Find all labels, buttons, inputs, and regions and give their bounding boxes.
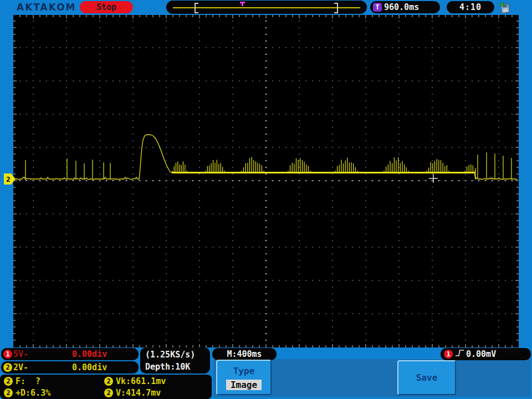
window-right-bracket-icon (334, 3, 338, 13)
timebase-pill: M:400ms (212, 348, 277, 360)
brand-logo: AKTAKOM (17, 2, 76, 13)
channel2-offset: 0.00div (72, 362, 107, 372)
sample-rate-box: (1.25KS/s) Depth:10K (140, 347, 210, 374)
trigger-time-value: 960.0ms (384, 2, 419, 12)
measurements-panel: 2 F: ? 2 Vk:661.1mv 2 +D:6.3% 2 V:414.7m… (0, 375, 212, 399)
measurement-channel-badge: 2 (104, 388, 113, 397)
trigger-t-icon: T (373, 3, 382, 12)
trigger-status-pill: 1 0.00mV (441, 348, 531, 360)
save-button[interactable]: Save (397, 360, 456, 395)
trigger-source-badge: 1 (444, 350, 453, 359)
type-label: Type (217, 366, 270, 376)
window-left-bracket-icon (195, 3, 198, 13)
stop-label: Stop (96, 2, 116, 12)
type-menu-button[interactable]: Type Image (216, 360, 272, 395)
sample-rate-value: (1.25KS/s) (145, 349, 210, 361)
measurement-vk: 2 Vk:661.1mv (104, 376, 166, 386)
measurement-voltage-text: V:414.7mv (116, 388, 161, 398)
measurement-voltage: 2 V:414.7mv (104, 388, 161, 398)
clock-value: 4:10 (459, 2, 482, 12)
waveform-plot (13, 15, 519, 347)
measurement-frequency-text: F: ? (16, 376, 40, 386)
channel1-status-pill: 1 5V- 0.00div (1, 348, 139, 360)
rising-edge-icon (455, 349, 465, 359)
memory-position-bar[interactable] (166, 1, 367, 14)
measurement-duty-text: +D:6.3% (16, 388, 50, 398)
memory-record-line (173, 7, 360, 8)
channel1-badge: 1 (3, 350, 12, 359)
trigger-position-marker-icon (240, 2, 245, 3)
memory-depth-value: Depth:10K (145, 361, 210, 373)
measurement-frequency: 2 F: ? (4, 376, 40, 386)
measurement-channel-badge: 2 (104, 377, 113, 386)
channel2-scale: 2V- (13, 362, 28, 372)
measurement-channel-badge: 2 (4, 377, 13, 386)
measurement-duty: 2 +D:6.3% (4, 388, 50, 398)
channel2-status-pill: 2 2V- 0.00div (1, 361, 139, 374)
measurement-channel-badge: 2 (4, 388, 13, 397)
acquisition-stop-indicator[interactable]: Stop (80, 1, 133, 13)
measurement-vk-text: Vk:661.1mv (116, 376, 166, 386)
channel1-scale: 5V- (13, 349, 28, 359)
trigger-level-value: 0.00mV (466, 349, 496, 359)
storage-disk-icon (498, 1, 512, 17)
channel2-badge: 2 (3, 363, 12, 372)
channel1-offset: 0.00div (72, 349, 107, 359)
save-label: Save (416, 372, 438, 383)
scope-display: 2 (13, 15, 519, 347)
clock-readout: 4:10 (447, 1, 494, 13)
type-selected-value: Image (226, 380, 262, 390)
trigger-time-readout: T 960.0ms (370, 1, 440, 13)
status-bar: 1 5V- 0.00div 2 2V- 0.00div (1.25KS/s) D… (0, 347, 532, 399)
top-bar: AKTAKOM Stop T 960.0ms 4:10 (0, 0, 532, 15)
timebase-value: M:400ms (227, 349, 262, 359)
channel2-marker-label: 2 (6, 175, 11, 183)
